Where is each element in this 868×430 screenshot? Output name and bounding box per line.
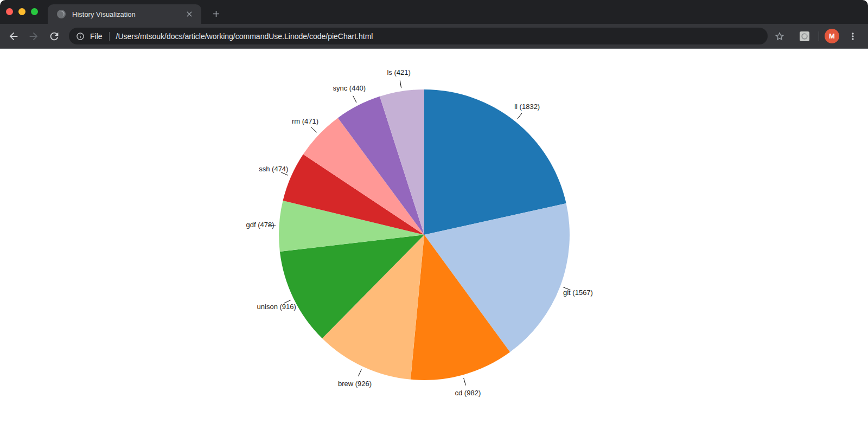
slice-label-gdf: gdf (478) bbox=[246, 221, 275, 229]
reload-button[interactable] bbox=[48, 30, 60, 42]
label-tick-ls bbox=[400, 80, 401, 88]
toolbar-separator bbox=[819, 31, 819, 41]
refresh-icon bbox=[48, 30, 60, 42]
slice-label-git: git (1567) bbox=[563, 288, 593, 297]
page-content: ll (1832)git (1567)cd (982)brew (926)uni… bbox=[0, 49, 868, 430]
slice-label-ssh: ssh (474) bbox=[259, 165, 288, 173]
url-path-text: /Users/mtsouk/docs/article/working/comma… bbox=[116, 32, 373, 41]
label-tick-cd bbox=[464, 378, 466, 386]
label-tick-brew bbox=[358, 369, 361, 376]
label-tick-sync bbox=[353, 96, 356, 102]
new-tab-button[interactable] bbox=[208, 6, 224, 21]
plus-icon bbox=[211, 9, 221, 19]
label-tick-ll bbox=[518, 113, 522, 119]
extension-icon[interactable] bbox=[800, 31, 809, 41]
close-tab-icon[interactable] bbox=[185, 10, 194, 18]
slice-label-ls: ls (421) bbox=[387, 68, 410, 76]
avatar-initial: M bbox=[829, 32, 835, 40]
extension-glyph-icon bbox=[801, 33, 808, 40]
profile-avatar[interactable]: M bbox=[825, 29, 839, 43]
page-info-icon[interactable] bbox=[76, 32, 85, 41]
address-bar[interactable]: File /Users/mtsouk/docs/article/working/… bbox=[69, 28, 768, 44]
browser-toolbar: File /Users/mtsouk/docs/article/working/… bbox=[0, 24, 868, 49]
forward-button[interactable] bbox=[28, 30, 40, 42]
slice-label-unison: unison (916) bbox=[257, 303, 296, 311]
arrow-right-icon bbox=[28, 30, 40, 42]
browser-menu-button[interactable] bbox=[847, 31, 858, 42]
arrow-left-icon bbox=[8, 30, 20, 42]
window-controls bbox=[6, 8, 38, 15]
slice-label-rm: rm (471) bbox=[292, 117, 318, 125]
bookmark-star-icon[interactable] bbox=[774, 31, 785, 42]
slice-label-ll: ll (1832) bbox=[514, 102, 540, 111]
browser-tab[interactable]: History Visualization bbox=[48, 4, 201, 24]
browser-window: History Visualization bbox=[0, 0, 868, 430]
tab-bar: History Visualization bbox=[0, 0, 868, 24]
favicon-globe-icon bbox=[57, 10, 66, 18]
pie-chart: ll (1832)git (1567)cd (982)brew (926)uni… bbox=[0, 49, 868, 430]
label-tick-rm bbox=[311, 127, 316, 132]
slice-label-cd: cd (982) bbox=[455, 389, 481, 397]
minimize-window-button[interactable] bbox=[18, 8, 25, 15]
slice-label-sync: sync (440) bbox=[333, 84, 366, 92]
zoom-window-button[interactable] bbox=[31, 8, 38, 15]
url-separator bbox=[109, 32, 110, 41]
back-button[interactable] bbox=[8, 30, 20, 42]
kebab-menu-icon bbox=[847, 31, 858, 42]
close-window-button[interactable] bbox=[6, 8, 13, 15]
url-scheme-label: File bbox=[90, 32, 103, 41]
tab-title: History Visualization bbox=[72, 10, 185, 18]
slice-label-brew: brew (926) bbox=[338, 380, 372, 388]
